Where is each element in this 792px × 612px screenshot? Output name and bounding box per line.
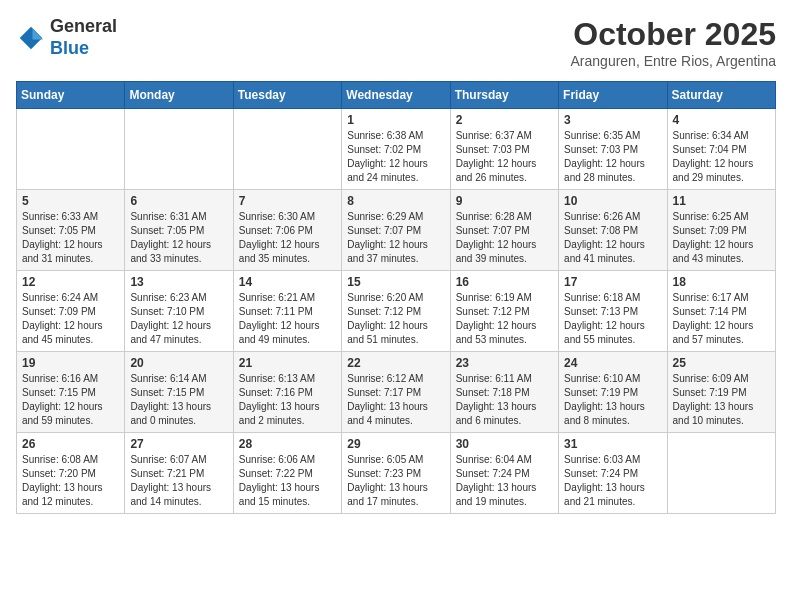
day-number: 29	[347, 437, 444, 451]
day-info: Sunrise: 6:20 AM Sunset: 7:12 PM Dayligh…	[347, 291, 444, 347]
day-cell: 13Sunrise: 6:23 AM Sunset: 7:10 PM Dayli…	[125, 271, 233, 352]
day-info: Sunrise: 6:25 AM Sunset: 7:09 PM Dayligh…	[673, 210, 770, 266]
day-cell: 1Sunrise: 6:38 AM Sunset: 7:02 PM Daylig…	[342, 109, 450, 190]
logo-general: General	[50, 16, 117, 38]
weekday-tuesday: Tuesday	[233, 82, 341, 109]
week-row-1: 1Sunrise: 6:38 AM Sunset: 7:02 PM Daylig…	[17, 109, 776, 190]
day-cell: 9Sunrise: 6:28 AM Sunset: 7:07 PM Daylig…	[450, 190, 558, 271]
day-info: Sunrise: 6:09 AM Sunset: 7:19 PM Dayligh…	[673, 372, 770, 428]
svg-marker-1	[33, 29, 44, 40]
day-number: 25	[673, 356, 770, 370]
day-info: Sunrise: 6:38 AM Sunset: 7:02 PM Dayligh…	[347, 129, 444, 185]
calendar-body: 1Sunrise: 6:38 AM Sunset: 7:02 PM Daylig…	[17, 109, 776, 514]
day-cell: 25Sunrise: 6:09 AM Sunset: 7:19 PM Dayli…	[667, 352, 775, 433]
day-number: 13	[130, 275, 227, 289]
weekday-wednesday: Wednesday	[342, 82, 450, 109]
day-info: Sunrise: 6:11 AM Sunset: 7:18 PM Dayligh…	[456, 372, 553, 428]
week-row-5: 26Sunrise: 6:08 AM Sunset: 7:20 PM Dayli…	[17, 433, 776, 514]
day-cell: 5Sunrise: 6:33 AM Sunset: 7:05 PM Daylig…	[17, 190, 125, 271]
location-subtitle: Aranguren, Entre Rios, Argentina	[571, 53, 776, 69]
day-info: Sunrise: 6:29 AM Sunset: 7:07 PM Dayligh…	[347, 210, 444, 266]
day-number: 19	[22, 356, 119, 370]
week-row-2: 5Sunrise: 6:33 AM Sunset: 7:05 PM Daylig…	[17, 190, 776, 271]
logo-icon	[16, 23, 46, 53]
day-cell: 27Sunrise: 6:07 AM Sunset: 7:21 PM Dayli…	[125, 433, 233, 514]
day-info: Sunrise: 6:23 AM Sunset: 7:10 PM Dayligh…	[130, 291, 227, 347]
day-cell: 19Sunrise: 6:16 AM Sunset: 7:15 PM Dayli…	[17, 352, 125, 433]
day-number: 26	[22, 437, 119, 451]
day-info: Sunrise: 6:31 AM Sunset: 7:05 PM Dayligh…	[130, 210, 227, 266]
month-title: October 2025	[571, 16, 776, 53]
day-info: Sunrise: 6:12 AM Sunset: 7:17 PM Dayligh…	[347, 372, 444, 428]
day-cell	[125, 109, 233, 190]
day-cell: 30Sunrise: 6:04 AM Sunset: 7:24 PM Dayli…	[450, 433, 558, 514]
day-cell: 23Sunrise: 6:11 AM Sunset: 7:18 PM Dayli…	[450, 352, 558, 433]
day-info: Sunrise: 6:03 AM Sunset: 7:24 PM Dayligh…	[564, 453, 661, 509]
day-info: Sunrise: 6:05 AM Sunset: 7:23 PM Dayligh…	[347, 453, 444, 509]
day-info: Sunrise: 6:16 AM Sunset: 7:15 PM Dayligh…	[22, 372, 119, 428]
day-number: 30	[456, 437, 553, 451]
calendar-table: SundayMondayTuesdayWednesdayThursdayFrid…	[16, 81, 776, 514]
day-cell: 22Sunrise: 6:12 AM Sunset: 7:17 PM Dayli…	[342, 352, 450, 433]
day-cell: 14Sunrise: 6:21 AM Sunset: 7:11 PM Dayli…	[233, 271, 341, 352]
day-number: 9	[456, 194, 553, 208]
day-cell: 12Sunrise: 6:24 AM Sunset: 7:09 PM Dayli…	[17, 271, 125, 352]
day-info: Sunrise: 6:34 AM Sunset: 7:04 PM Dayligh…	[673, 129, 770, 185]
day-cell: 4Sunrise: 6:34 AM Sunset: 7:04 PM Daylig…	[667, 109, 775, 190]
day-number: 14	[239, 275, 336, 289]
day-cell: 6Sunrise: 6:31 AM Sunset: 7:05 PM Daylig…	[125, 190, 233, 271]
day-number: 5	[22, 194, 119, 208]
day-cell: 24Sunrise: 6:10 AM Sunset: 7:19 PM Dayli…	[559, 352, 667, 433]
day-number: 27	[130, 437, 227, 451]
day-number: 24	[564, 356, 661, 370]
day-number: 4	[673, 113, 770, 127]
logo-blue: Blue	[50, 38, 117, 60]
day-number: 2	[456, 113, 553, 127]
day-cell: 11Sunrise: 6:25 AM Sunset: 7:09 PM Dayli…	[667, 190, 775, 271]
day-cell: 31Sunrise: 6:03 AM Sunset: 7:24 PM Dayli…	[559, 433, 667, 514]
day-cell: 18Sunrise: 6:17 AM Sunset: 7:14 PM Dayli…	[667, 271, 775, 352]
day-cell: 28Sunrise: 6:06 AM Sunset: 7:22 PM Dayli…	[233, 433, 341, 514]
weekday-header-row: SundayMondayTuesdayWednesdayThursdayFrid…	[17, 82, 776, 109]
day-cell: 10Sunrise: 6:26 AM Sunset: 7:08 PM Dayli…	[559, 190, 667, 271]
day-cell: 20Sunrise: 6:14 AM Sunset: 7:15 PM Dayli…	[125, 352, 233, 433]
day-cell	[667, 433, 775, 514]
day-info: Sunrise: 6:07 AM Sunset: 7:21 PM Dayligh…	[130, 453, 227, 509]
day-cell: 16Sunrise: 6:19 AM Sunset: 7:12 PM Dayli…	[450, 271, 558, 352]
day-number: 1	[347, 113, 444, 127]
page-header: General Blue October 2025 Aranguren, Ent…	[16, 16, 776, 69]
day-info: Sunrise: 6:19 AM Sunset: 7:12 PM Dayligh…	[456, 291, 553, 347]
day-cell: 3Sunrise: 6:35 AM Sunset: 7:03 PM Daylig…	[559, 109, 667, 190]
weekday-sunday: Sunday	[17, 82, 125, 109]
day-number: 16	[456, 275, 553, 289]
logo: General Blue	[16, 16, 117, 59]
day-number: 31	[564, 437, 661, 451]
week-row-4: 19Sunrise: 6:16 AM Sunset: 7:15 PM Dayli…	[17, 352, 776, 433]
day-info: Sunrise: 6:10 AM Sunset: 7:19 PM Dayligh…	[564, 372, 661, 428]
day-cell: 8Sunrise: 6:29 AM Sunset: 7:07 PM Daylig…	[342, 190, 450, 271]
day-info: Sunrise: 6:21 AM Sunset: 7:11 PM Dayligh…	[239, 291, 336, 347]
day-info: Sunrise: 6:13 AM Sunset: 7:16 PM Dayligh…	[239, 372, 336, 428]
day-cell: 29Sunrise: 6:05 AM Sunset: 7:23 PM Dayli…	[342, 433, 450, 514]
day-cell	[17, 109, 125, 190]
day-info: Sunrise: 6:30 AM Sunset: 7:06 PM Dayligh…	[239, 210, 336, 266]
weekday-saturday: Saturday	[667, 82, 775, 109]
day-cell: 15Sunrise: 6:20 AM Sunset: 7:12 PM Dayli…	[342, 271, 450, 352]
day-number: 18	[673, 275, 770, 289]
week-row-3: 12Sunrise: 6:24 AM Sunset: 7:09 PM Dayli…	[17, 271, 776, 352]
day-number: 17	[564, 275, 661, 289]
day-number: 6	[130, 194, 227, 208]
weekday-friday: Friday	[559, 82, 667, 109]
day-number: 23	[456, 356, 553, 370]
day-info: Sunrise: 6:33 AM Sunset: 7:05 PM Dayligh…	[22, 210, 119, 266]
day-number: 21	[239, 356, 336, 370]
day-info: Sunrise: 6:17 AM Sunset: 7:14 PM Dayligh…	[673, 291, 770, 347]
day-cell: 21Sunrise: 6:13 AM Sunset: 7:16 PM Dayli…	[233, 352, 341, 433]
day-number: 8	[347, 194, 444, 208]
day-info: Sunrise: 6:28 AM Sunset: 7:07 PM Dayligh…	[456, 210, 553, 266]
day-number: 20	[130, 356, 227, 370]
day-info: Sunrise: 6:06 AM Sunset: 7:22 PM Dayligh…	[239, 453, 336, 509]
day-number: 28	[239, 437, 336, 451]
day-info: Sunrise: 6:04 AM Sunset: 7:24 PM Dayligh…	[456, 453, 553, 509]
day-cell	[233, 109, 341, 190]
